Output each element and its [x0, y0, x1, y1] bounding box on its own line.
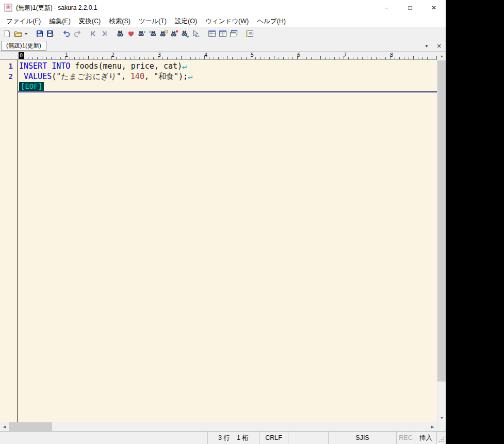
- save-icon: [36, 29, 44, 38]
- ruler-number: 2: [111, 52, 115, 58]
- menu-search[interactable]: 検索(S): [105, 16, 135, 27]
- horizontal-scrollbar: ◀ ▶: [0, 422, 437, 431]
- replace-button[interactable]: [125, 28, 136, 39]
- bookmark-icon: [170, 29, 178, 38]
- statusbar: 3 行 1 桁 CRLF SJIS REC 挿入: [0, 431, 446, 444]
- ruler-number: 1: [65, 52, 68, 58]
- status-caret-position: 3 行 1 桁: [207, 432, 259, 444]
- editor-area[interactable]: 1 2 INSERT INTO foods(menu, price, cat)↵…: [0, 60, 437, 422]
- menu-window[interactable]: ウィンドウ(W): [201, 16, 253, 27]
- menu-tools[interactable]: ツール(T): [135, 16, 171, 27]
- editor-line-1: INSERT INTO foods(menu, price, cat)↵: [19, 61, 437, 71]
- ruler-number: 7: [344, 52, 347, 58]
- jump-button[interactable]: [180, 28, 190, 39]
- status-insert-mode[interactable]: 挿入: [415, 432, 436, 444]
- jump-icon: [181, 29, 189, 38]
- toolbar: [0, 27, 446, 40]
- editor-line-3: [EOF]: [19, 82, 437, 92]
- split-window-v-button[interactable]: [217, 28, 228, 39]
- undo-button[interactable]: [61, 28, 72, 39]
- tag-jump-button[interactable]: [190, 28, 201, 39]
- menu-file[interactable]: ファイル(F): [2, 16, 45, 27]
- ruler: 0 1 2 3 4 5 6 7 8: [0, 52, 437, 60]
- menu-convert[interactable]: 変換(C): [75, 16, 105, 27]
- new-file-icon: [3, 29, 11, 38]
- menu-help[interactable]: ヘルプ(H): [253, 16, 290, 27]
- status-message: [0, 432, 207, 444]
- tabbar-controls: ▼ ✕: [422, 42, 443, 50]
- status-caret-line: 3 行: [218, 434, 230, 442]
- status-extra: [288, 432, 328, 444]
- scrollbar-corner: [437, 422, 446, 431]
- find-prev-icon: [149, 29, 157, 38]
- split-window-h-button[interactable]: [206, 28, 217, 39]
- split-window-v-icon: [219, 29, 227, 38]
- menu-edit[interactable]: 編集(E): [45, 16, 75, 27]
- eof-marker: [EOF]: [19, 82, 44, 91]
- status-caret-column: 1 桁: [237, 434, 249, 442]
- status-macro-record: REC: [396, 432, 415, 444]
- open-file-dropdown-button[interactable]: [23, 28, 29, 39]
- new-window-button[interactable]: [228, 28, 239, 39]
- tab-list-dropdown-button[interactable]: ▼: [422, 42, 431, 50]
- main-region: 0 1 2 3 4 5 6 7 8 1 2 INSERT INTO foods(…: [0, 52, 446, 431]
- resize-grip-dots: [438, 437, 444, 442]
- open-file-icon: [14, 29, 22, 38]
- ruler-number: 5: [251, 52, 254, 58]
- menu-settings[interactable]: 設定(O): [171, 16, 201, 27]
- ruler-number: 4: [204, 52, 207, 58]
- redo-button[interactable]: [72, 28, 83, 39]
- resize-grip[interactable]: [436, 432, 446, 444]
- grep-button[interactable]: [158, 28, 169, 39]
- horizontal-scrollbar-track[interactable]: [9, 422, 428, 431]
- find-button[interactable]: [115, 28, 125, 39]
- find-next-button[interactable]: [136, 28, 147, 39]
- new-window-icon: [230, 29, 238, 38]
- vertical-scrollbar-track[interactable]: [437, 60, 446, 414]
- minimize-button[interactable]: ─: [375, 0, 398, 15]
- app-window: (無題)1(更新) - sakura 2.2.0.1 ─ □ ✕ ファイル(F)…: [0, 0, 446, 444]
- tab-close-button[interactable]: ✕: [435, 42, 443, 50]
- window-controls: ─ □ ✕: [375, 0, 446, 15]
- find-icon: [116, 29, 124, 38]
- scroll-down-button[interactable]: ▼: [437, 414, 446, 422]
- save-as-button[interactable]: [45, 28, 56, 39]
- app-icon: [4, 4, 12, 12]
- scroll-right-button[interactable]: ▶: [428, 422, 437, 431]
- redo-icon: [73, 29, 82, 38]
- new-file-button[interactable]: [2, 28, 12, 39]
- history-forward-button[interactable]: [99, 28, 109, 39]
- horizontal-scrollbar-thumb[interactable]: [9, 422, 52, 431]
- scroll-up-button[interactable]: ▲: [437, 52, 446, 60]
- ruler-number: 3: [158, 52, 161, 58]
- history-back-button[interactable]: [88, 28, 99, 39]
- ruler-cursor-marker: 0: [19, 52, 24, 59]
- maximize-button[interactable]: □: [398, 0, 422, 15]
- outline-button[interactable]: [244, 28, 255, 39]
- newline-mark: ↵: [188, 72, 192, 81]
- vertical-scrollbar-thumb[interactable]: [437, 60, 446, 382]
- line-number[interactable]: 1: [0, 61, 17, 71]
- close-button[interactable]: ✕: [422, 0, 446, 15]
- history-back-icon: [89, 29, 97, 38]
- tab-untitled[interactable]: (無題)1(更新): [1, 41, 46, 51]
- titlebar: (無題)1(更新) - sakura 2.2.0.1 ─ □ ✕: [0, 0, 446, 15]
- editor-line-2: VALUES("たまごおにぎり", 140, "和食");↵: [19, 71, 437, 82]
- menubar: ファイル(F) 編集(E) 変換(C) 検索(S) ツール(T) 設定(O) ウ…: [0, 15, 446, 27]
- line-number[interactable]: 2: [0, 71, 17, 82]
- scroll-left-button[interactable]: ◀: [0, 422, 9, 431]
- open-file-button[interactable]: [12, 28, 23, 39]
- replace-icon: [127, 29, 135, 38]
- bookmark-button[interactable]: [169, 28, 180, 39]
- grep-icon: [159, 29, 168, 38]
- find-prev-button[interactable]: [147, 28, 158, 39]
- save-button[interactable]: [34, 28, 45, 39]
- outline-icon: [246, 29, 254, 38]
- split-window-h-icon: [208, 29, 216, 38]
- vertical-scrollbar: ▲ ▼: [437, 52, 446, 431]
- status-line-ending: CRLF: [259, 432, 288, 444]
- text-pane: INSERT INTO foods(menu, price, cat)↵ VAL…: [19, 61, 437, 92]
- tabbar: (無題)1(更新) ▼ ✕: [0, 40, 446, 52]
- tag-jump-icon: [192, 29, 200, 38]
- undo-icon: [62, 29, 71, 38]
